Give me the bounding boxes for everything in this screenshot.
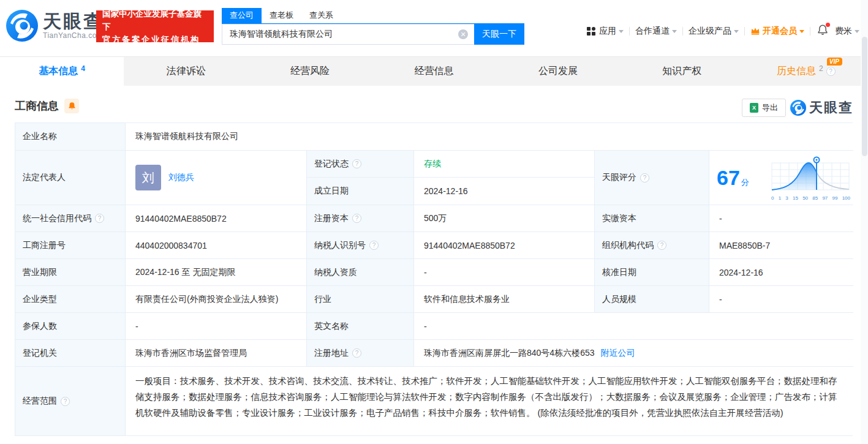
nav-user-label: 费米 bbox=[835, 26, 852, 37]
clear-search-icon[interactable]: ✕ bbox=[458, 29, 468, 39]
help-icon[interactable]: ? bbox=[657, 241, 666, 250]
tab-basic-info[interactable]: 基本信息 4 bbox=[0, 57, 124, 86]
site-header: 天眼查 TianYanCha.com 国家中小企业发展子基金旗下 官方备案企业征… bbox=[0, 0, 868, 56]
help-icon[interactable]: ? bbox=[352, 348, 361, 358]
reg-address-value: 珠海市香洲区南屏屏北一路840号4栋六楼653 附近公司 bbox=[414, 340, 853, 367]
logo-subtitle: TianYanCha.com bbox=[43, 31, 104, 40]
establish-date-label: 成立日期 bbox=[307, 178, 414, 205]
search-tab-company[interactable]: 查公司 bbox=[222, 8, 262, 23]
certification-badge: 国家中小企业发展子基金旗下 官方备案企业征信机构 bbox=[96, 10, 214, 42]
help-icon[interactable]: ? bbox=[369, 241, 379, 250]
nearby-companies-link[interactable]: 附近公司 bbox=[601, 348, 635, 359]
company-name-label: 企业名称 bbox=[15, 123, 126, 151]
approval-date-label: 核准日期 bbox=[595, 259, 709, 286]
export-label: 导出 bbox=[762, 102, 778, 113]
export-button[interactable]: X 导出 bbox=[742, 99, 786, 117]
watermark-text: 天眼查 bbox=[809, 99, 853, 117]
score-label: 天眼评分 ? bbox=[595, 151, 709, 205]
nav-user[interactable]: 费米 bbox=[835, 26, 859, 37]
tab-operating-risk[interactable]: 经营风险 bbox=[248, 57, 372, 86]
page-scrollbar[interactable] bbox=[861, 0, 868, 444]
chevron-down-icon bbox=[855, 30, 859, 33]
tab-label: 历史信息 bbox=[777, 65, 816, 78]
score-unit: 分 bbox=[741, 177, 749, 188]
search-area: 查公司 查老板 查关系 ✕ 天眼一下 bbox=[222, 8, 524, 45]
tab-label: 法律诉讼 bbox=[167, 65, 206, 78]
monitor-bell-button[interactable] bbox=[64, 99, 79, 113]
site-logo[interactable]: 天眼查 TianYanCha.com bbox=[6, 10, 104, 42]
score-tick: 97 bbox=[822, 195, 828, 201]
chevron-down-icon bbox=[734, 30, 739, 33]
section-title: 工商信息 bbox=[15, 99, 59, 113]
org-code-label: 组织机构代码 ? bbox=[595, 232, 709, 259]
credit-code-value: 91440402MAE8850B72 bbox=[126, 205, 307, 232]
score-tick: 50 bbox=[802, 195, 808, 201]
tab-intellectual-property[interactable]: 知识产权 bbox=[620, 57, 744, 86]
badge-line2: 官方备案企业征信机构 bbox=[102, 33, 208, 46]
nav-apps[interactable]: 应用 bbox=[587, 26, 624, 37]
paid-capital-label: 实缴资本 bbox=[595, 205, 709, 232]
taxpayer-quality-value: - bbox=[414, 259, 595, 286]
tianyancha-eye-icon bbox=[790, 100, 806, 116]
search-tab-relation[interactable]: 查关系 bbox=[301, 8, 341, 23]
company-type-label: 企业类型 bbox=[15, 286, 126, 313]
tab-label: 基本信息 bbox=[39, 65, 78, 78]
status-date-subtable: 登记状态 ? 存续 成立日期 2024-12-16 bbox=[307, 151, 595, 205]
legal-rep-link[interactable]: 刘德兵 bbox=[168, 172, 194, 183]
notification-dot bbox=[826, 23, 830, 27]
divider bbox=[744, 27, 745, 36]
help-icon[interactable]: ? bbox=[826, 67, 836, 76]
notification-bell-icon[interactable] bbox=[817, 24, 828, 37]
chevron-down-icon bbox=[619, 30, 624, 33]
tab-count: 2 bbox=[819, 64, 823, 73]
tab-business-info[interactable]: 经营信息 bbox=[372, 57, 496, 86]
divider bbox=[810, 27, 810, 36]
help-icon[interactable]: ? bbox=[95, 214, 104, 223]
help-icon[interactable]: ? bbox=[352, 214, 361, 223]
org-code-value: MAE8850B-7 bbox=[709, 232, 853, 259]
establish-date-value: 2024-12-16 bbox=[414, 178, 594, 205]
nav-partner-label: 合作通道 bbox=[635, 26, 670, 37]
nav-enterprise[interactable]: 企业级产品 bbox=[689, 26, 739, 37]
nav-enterprise-label: 企业级产品 bbox=[689, 26, 731, 37]
tab-legal[interactable]: 法律诉讼 bbox=[124, 57, 247, 86]
help-icon[interactable]: ? bbox=[61, 397, 70, 406]
company-name-value: 珠海智谱领航科技有限公司 bbox=[126, 123, 853, 151]
industry-value: 软件和信息技术服务业 bbox=[414, 286, 595, 313]
reg-capital-label: 注册资本 ? bbox=[307, 205, 414, 232]
approval-date-value: 2024-12-16 bbox=[709, 259, 853, 286]
bell-curve-chart bbox=[770, 155, 851, 193]
score-number: 67 bbox=[717, 167, 740, 188]
search-input[interactable] bbox=[222, 24, 474, 45]
credit-code-label: 统一社会信用代码 ? bbox=[15, 205, 126, 232]
search-button[interactable]: 天眼一下 bbox=[474, 24, 524, 45]
business-term-label: 营业期限 bbox=[15, 259, 126, 286]
nav-vip[interactable]: 开通会员 bbox=[750, 26, 804, 37]
status-badge: 存续 bbox=[424, 159, 441, 170]
score-tick: 3 bbox=[785, 195, 788, 201]
reg-capital-value: 500万 bbox=[414, 205, 595, 232]
score-tick: 85 bbox=[812, 195, 818, 201]
help-icon[interactable]: ? bbox=[352, 159, 361, 168]
tab-label: 公司发展 bbox=[538, 65, 578, 78]
reg-status-label: 登记状态 ? bbox=[307, 151, 414, 178]
tab-count: 4 bbox=[81, 64, 85, 73]
reg-address-label: 注册地址 ? bbox=[307, 340, 414, 367]
reg-number-value: 440402000834701 bbox=[126, 232, 307, 259]
reg-status-value: 存续 bbox=[414, 151, 594, 178]
insured-count-value: - bbox=[126, 313, 307, 340]
nav-vip-label: 开通会员 bbox=[763, 26, 797, 37]
scrollbar-thumb[interactable] bbox=[862, 37, 867, 156]
excel-icon: X bbox=[750, 103, 758, 113]
nav-partner[interactable]: 合作通道 bbox=[635, 26, 677, 37]
business-info-table: 企业名称 珠海智谱领航科技有限公司 法定代表人 刘 刘德兵 登记状态 ? 存续 … bbox=[15, 122, 853, 436]
header-nav: 应用 合作通道 企业级产品 开通会员 bbox=[587, 24, 859, 37]
tab-company-development[interactable]: 公司发展 bbox=[496, 57, 620, 86]
english-name-value: - bbox=[414, 313, 853, 340]
search-tab-boss[interactable]: 查老板 bbox=[262, 8, 301, 23]
badge-line1: 国家中小企业发展子基金旗下 bbox=[102, 7, 208, 33]
tab-history-info[interactable]: VIP 历史信息 2 ? bbox=[744, 57, 868, 86]
help-icon[interactable]: ? bbox=[640, 173, 649, 182]
tab-label: 经营风险 bbox=[290, 65, 330, 78]
avatar[interactable]: 刘 bbox=[135, 165, 161, 190]
